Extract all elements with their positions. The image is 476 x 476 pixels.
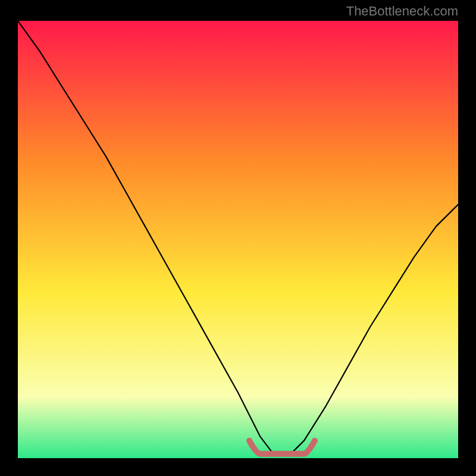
chart-frame: TheBottleneck.com: [0, 0, 476, 476]
minimum-marker: [249, 441, 315, 454]
curve-layer: [18, 21, 458, 458]
bottleneck-curve: [18, 21, 458, 454]
watermark-text: TheBottleneck.com: [346, 4, 458, 19]
plot-area: [18, 21, 458, 458]
